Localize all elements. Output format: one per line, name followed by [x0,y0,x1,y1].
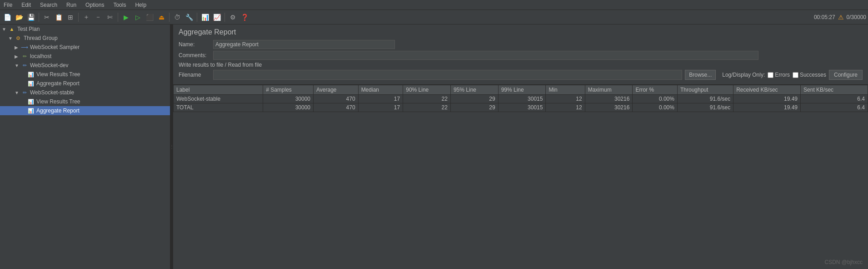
cell-r1-c7: 12 [546,103,585,112]
cell-r1-c4: 22 [403,103,451,112]
cell-r1-c6: 30015 [498,103,546,112]
toolbar-right: 00:05:27 ⚠ 0/30000 [814,14,866,21]
tree-label-agg-dev: Aggregate Report [36,80,80,87]
shutdown-button[interactable]: ⏏ [156,12,167,23]
toggle-test-plan[interactable]: ▼ [2,27,8,32]
ws-dev-icon: ✏ [21,62,28,69]
table-row: WebSocket-stable300004701722293001512302… [174,95,868,103]
col-maximum: Maximum [585,85,633,95]
add-button[interactable]: ＋ [81,12,92,23]
save-button[interactable]: 💾 [25,12,36,23]
results-table: Label # Samples Average Median 90% Line … [173,85,868,112]
col-received-kb: Received KB/sec [733,85,801,95]
separator-5 [197,13,197,22]
tree-item-websocket-dev[interactable]: ▼ ✏ WebSocket-dev [0,61,170,70]
tree-item-view-results-stable[interactable]: 📊 View Results Tree [0,97,170,106]
tree-item-test-plan[interactable]: ▼ ▲ Test Plan [0,24,170,34]
cell-r0-c9: 0.00% [633,95,678,103]
timer-tool-button[interactable]: ⏱ [172,12,183,23]
toggle-ws-stable[interactable]: ▼ [15,90,21,95]
col-min: Min [546,85,585,95]
tree-label-vrt-stable: View Results Tree [36,98,80,105]
separator-3 [118,13,118,22]
cell-r0-c6: 30015 [498,95,546,103]
cell-r0-c0: WebSocket-stable [174,95,263,103]
timer-display: 00:05:27 [814,14,835,20]
filename-input[interactable] [213,70,682,80]
tree-label-ws-dev: WebSocket-dev [30,62,69,68]
report-button[interactable]: 📊 [200,12,210,23]
menu-run[interactable]: Run [65,2,78,8]
table-row: TOTAL300004701722293001512302160.00%91.6… [174,103,868,112]
errors-checkbox[interactable] [768,72,773,78]
tree-item-thread-group[interactable]: ▼ ⚙ Thread Group [0,34,170,43]
cut-button[interactable]: ✂ [41,12,52,23]
agg-dev-icon: 📊 [27,80,35,87]
help-button[interactable]: ❓ [239,12,250,23]
cell-r1-c3: 17 [358,103,403,112]
testplan-icon: ▲ [8,25,15,33]
run-test-button[interactable]: 🔧 [184,12,195,23]
tree-item-view-results-dev[interactable]: 📊 View Results Tree [0,70,170,79]
cell-r1-c10: 91.6/sec [677,103,733,112]
report-header: Aggregate Report Name: Comments: Write r… [173,24,868,85]
col-95-line: 95% Line [450,85,498,95]
toggle-ws-sampler[interactable]: ▶ [15,45,21,50]
configure-button[interactable]: Configure [829,70,863,80]
watermark: CSDN @bjhxcc [824,259,863,265]
new-button[interactable]: 📄 [2,12,13,23]
separator-4 [169,13,170,22]
chart-button[interactable]: 📈 [211,12,222,23]
tree-item-websocket-sampler[interactable]: ▶ ⟶ WebSocket Sampler [0,43,170,52]
log-display-label: Log/Display Only: [722,72,765,78]
remove-button[interactable]: － [93,12,104,23]
tree-item-aggregate-stable[interactable]: 📊 Aggregate Report [0,106,170,115]
open-button[interactable]: 📂 [14,12,25,23]
tree-item-websocket-stable[interactable]: ▼ ✏ WebSocket-stable [0,88,170,97]
tree-item-localhost[interactable]: ▶ ✏ localhost [0,52,170,61]
cell-r1-c9: 0.00% [633,103,678,112]
menu-help[interactable]: Help [133,2,148,8]
col-error-pct: Error % [633,85,678,95]
col-90-line: 90% Line [403,85,451,95]
menu-edit[interactable]: Edit [20,2,33,8]
localhost-icon: ✏ [21,53,28,60]
menu-tools[interactable]: Tools [111,2,128,8]
comments-label: Comments: [179,52,210,59]
expand-button[interactable]: ⊞ [65,12,76,23]
filename-label: Filename [179,72,210,78]
cell-r0-c2: 470 [314,95,359,103]
comments-input[interactable] [213,51,758,60]
cell-r0-c1: 30000 [263,95,314,103]
start-button[interactable]: ▶ [120,12,131,23]
menu-bar: File Edit Search Run Options Tools Help [0,0,868,10]
successes-checkbox[interactable] [793,72,798,78]
copy-button[interactable]: 📋 [53,12,64,23]
aggregate-button[interactable]: ⚙ [227,12,238,23]
toggle-agg-dev [21,81,27,86]
errors-checkbox-label[interactable]: Errors [768,72,790,78]
tree-panel: ▼ ▲ Test Plan ▼ ⚙ Thread Group ▶ ⟶ WebSo… [0,24,170,269]
threadgroup-icon: ⚙ [15,34,22,42]
tree-label-vrt-dev: View Results Tree [36,71,80,78]
table-container: Label # Samples Average Median 90% Line … [173,85,868,269]
tree-item-aggregate-dev[interactable]: 📊 Aggregate Report [0,79,170,88]
menu-options[interactable]: Options [84,2,106,8]
table-body: WebSocket-stable300004701722293001512302… [174,95,868,112]
menu-search[interactable]: Search [38,2,59,8]
toggle-localhost[interactable]: ▶ [15,54,21,59]
menu-file[interactable]: File [2,2,14,8]
toggle-ws-dev[interactable]: ▼ [15,63,21,68]
errors-label: Errors [775,72,790,78]
name-input[interactable] [213,40,395,49]
separator-1 [39,13,39,22]
scissors-button[interactable]: ✄ [105,12,115,23]
toggle-agg-stable [21,108,27,113]
browse-button[interactable]: Browse... [685,70,716,80]
cell-r1-c2: 470 [314,103,359,112]
successes-checkbox-label[interactable]: Successes [793,72,826,78]
cell-r0-c7: 12 [546,95,585,103]
toggle-thread-group[interactable]: ▼ [8,36,15,41]
start-no-pause-button[interactable]: ▷ [132,12,143,23]
stop-button[interactable]: ⬛ [144,12,155,23]
